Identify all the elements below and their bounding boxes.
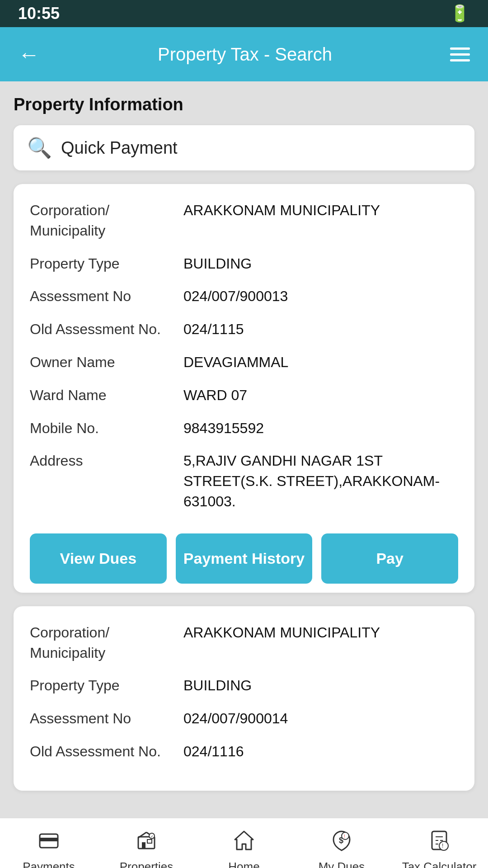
property-card-2: Corporation/Municipality ARAKKONAM MUNIC… [14,606,474,791]
section-title: Property Information [14,95,474,114]
property-type-value: BUILDING [183,254,458,274]
svg-rect-3 [142,842,145,849]
nav-my-dues-label: My Dues [319,860,365,868]
property-card-1: Corporation/Municipality ARAKKONAM MUNIC… [14,184,474,593]
search-icon: 🔍 [27,136,52,160]
svg-rect-1 [40,838,58,841]
assessment-no-row-2: Assessment No 024/007/900014 [30,708,458,729]
old-assessment-value: 024/1115 [183,319,458,340]
property-type-row-2: Property Type BUILDING [30,675,458,696]
assessment-no-value: 024/007/900013 [183,286,458,307]
address-label: Address [30,451,183,471]
status-time: 10:55 [18,4,60,23]
corporation-row-2: Corporation/Municipality ARAKKONAM MUNIC… [30,623,458,663]
owner-name-label: Owner Name [30,352,183,373]
nav-properties[interactable]: ✓ Properties [98,830,195,868]
corporation-value: ARAKKONAM MUNICIPALITY [183,200,458,221]
properties-icon: ✓ [136,830,157,856]
pay-button[interactable]: Pay [321,533,458,584]
ward-name-row: Ward Name WARD 07 [30,385,458,406]
old-assessment-label: Old Assessment No. [30,319,183,340]
old-assessment-label-2: Old Assessment No. [30,741,183,762]
nav-my-dues[interactable]: $ ! My Dues [293,830,390,868]
svg-text:!: ! [344,834,345,839]
page-title: Property Tax - Search [40,44,450,65]
corporation-label-2: Corporation/Municipality [30,623,183,663]
my-dues-icon: $ ! [331,830,352,856]
old-assessment-row-2: Old Assessment No. 024/1116 [30,741,458,762]
assessment-no-label: Assessment No [30,286,183,307]
mobile-no-value: 9843915592 [183,418,458,439]
svg-marker-9 [235,831,253,849]
mobile-no-row: Mobile No. 9843915592 [30,418,458,439]
payments-icon [38,830,60,856]
nav-payments[interactable]: Payments [0,830,98,868]
search-input-placeholder: Quick Payment [61,138,178,158]
menu-button[interactable] [450,47,470,61]
corporation-value-2: ARAKKONAM MUNICIPALITY [183,623,458,643]
property-type-value-2: BUILDING [183,675,458,696]
ward-name-value: WARD 07 [183,385,458,406]
main-content: Property Information 🔍 Quick Payment Cor… [0,81,488,818]
nav-payments-label: Payments [23,860,75,868]
svg-text:!: ! [442,843,443,849]
owner-name-value: DEVAGIAMMAL [183,352,458,373]
battery-icon: 🔋 [450,4,470,23]
svg-text:✓: ✓ [150,835,154,839]
status-bar: 10:55 🔋 [0,0,488,27]
corporation-label: Corporation/Municipality [30,200,183,241]
owner-name-row: Owner Name DEVAGIAMMAL [30,352,458,373]
payment-history-button[interactable]: Payment History [176,533,313,584]
home-icon [233,830,255,856]
nav-tax-calculator-label: Tax Calculator [402,860,477,868]
property-type-label-2: Property Type [30,675,183,696]
assessment-no-label-2: Assessment No [30,708,183,729]
action-buttons-1: View Dues Payment History Pay [30,524,458,593]
svg-rect-4 [147,840,152,843]
address-value: 5,RAJIV GANDHI NAGAR 1ST STREET(S.K. STR… [183,451,458,511]
svg-point-19 [439,841,448,850]
mobile-no-label: Mobile No. [30,418,183,439]
tax-calculator-icon: ! [428,830,450,856]
ward-name-label: Ward Name [30,385,183,406]
svg-point-11 [342,832,349,840]
nav-home-label: Home [228,860,259,868]
old-assessment-row: Old Assessment No. 024/1115 [30,319,458,340]
bottom-nav: Payments ✓ Properties Home [0,818,488,868]
nav-tax-calculator[interactable]: ! Tax Calculator [390,830,488,868]
old-assessment-value-2: 024/1116 [183,741,458,762]
property-type-label: Property Type [30,254,183,274]
assessment-no-value-2: 024/007/900014 [183,708,458,729]
back-button[interactable]: ← [18,42,40,67]
assessment-no-row: Assessment No 024/007/900013 [30,286,458,307]
nav-home[interactable]: Home [195,830,293,868]
corporation-row: Corporation/Municipality ARAKKONAM MUNIC… [30,200,458,241]
nav-properties-label: Properties [120,860,174,868]
search-bar[interactable]: 🔍 Quick Payment [14,125,474,170]
address-row: Address 5,RAJIV GANDHI NAGAR 1ST STREET(… [30,451,458,511]
top-bar: ← Property Tax - Search [0,27,488,81]
view-dues-button[interactable]: View Dues [30,533,167,584]
property-type-row: Property Type BUILDING [30,254,458,274]
